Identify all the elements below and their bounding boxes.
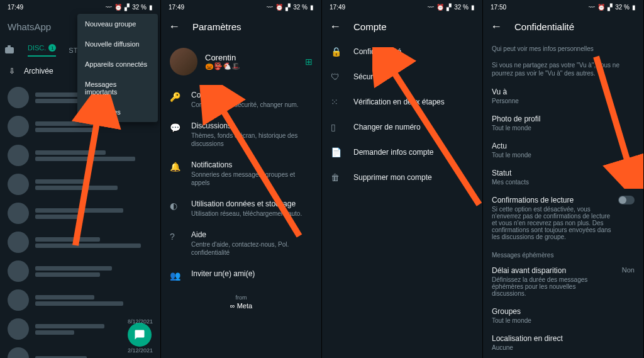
menu-settings[interactable]: Paramètres [77, 102, 158, 122]
section-ephemeral: Messages éphémères [483, 245, 643, 261]
avatar [8, 145, 29, 166]
data-icon: ◐ [170, 199, 181, 211]
chat-icon [134, 329, 145, 340]
new-chat-fab[interactable] [128, 323, 152, 347]
menu-linked-devices[interactable]: Appareils connectés [77, 54, 158, 74]
archive-icon: ⇩ [9, 67, 15, 76]
help-icon: ? [170, 230, 181, 242]
delay-value: Non [622, 266, 635, 274]
menu-new-group[interactable]: Nouveau groupe [77, 14, 158, 34]
account-change-number[interactable]: ▯Changer de numéro [322, 115, 482, 140]
key-icon: 🔑 [170, 91, 181, 102]
shield-icon: 🛡 [331, 72, 342, 82]
account-security[interactable]: 🛡Sécurité [322, 64, 482, 89]
chat-row[interactable] [0, 199, 160, 228]
doc-icon: 📄 [331, 147, 342, 157]
tab-disc-label: DISC. [28, 44, 46, 52]
page-title: Confidentialité [514, 21, 574, 32]
chat-row[interactable] [0, 141, 160, 170]
status-time: 17:49 [8, 4, 23, 11]
profile-row[interactable]: Corentin 🎃👺🐔🎩 ⊞ [161, 39, 321, 84]
avatar [8, 318, 29, 340]
phone-chats: 17:49 〰 ⏰ ▞ 32 % ▮ WhatsApp DISC. 1 ST ⇩… [0, 0, 161, 358]
chat-row[interactable] [0, 170, 160, 199]
profile-avatar [170, 48, 197, 76]
overflow-menu: Nouveau groupe Nouvelle diffusion Appare… [77, 14, 158, 122]
archive-label: Archivée [24, 67, 53, 76]
tab-statut[interactable]: ST [69, 47, 77, 54]
settings-invite[interactable]: 👥Inviter un(e) ami(e) [161, 263, 321, 287]
unread-badge: 1 [48, 44, 56, 52]
priv-last-seen[interactable]: Vu àPersonne [483, 82, 643, 109]
section-who-can-see: Qui peut voir mes infos personnelles [483, 39, 643, 55]
avatar [8, 174, 29, 195]
avatar [8, 203, 29, 224]
alarm-icon: ⏰ [114, 4, 122, 11]
chat-icon: 💬 [170, 121, 181, 133]
sim-icon: ▯ [331, 122, 342, 132]
back-button[interactable]: ← [491, 20, 502, 33]
page-title: Compte [353, 21, 387, 32]
settings-help[interactable]: ?AideCentre d'aide, contactez-nous, Pol.… [161, 224, 321, 263]
section-desc: Si vous ne partagez pas votre "Vu à", vo… [492, 61, 635, 77]
avatar [8, 289, 29, 311]
chat-row[interactable] [0, 228, 160, 257]
settings-storage[interactable]: ◐Utilisation données et stockageUtilisat… [161, 193, 321, 224]
chat-row[interactable] [0, 257, 160, 286]
status-bar: 17:49 〰⏰▞32 %▮ [322, 0, 482, 14]
chat-row[interactable] [0, 286, 160, 315]
avatar [8, 116, 29, 137]
app-bar: ← Paramètres [161, 14, 321, 39]
profile-name: Corentin [205, 53, 297, 62]
phone-account: 17:49 〰⏰▞32 %▮ ← Compte 🔒Confidentialité… [322, 0, 483, 358]
back-button[interactable]: ← [330, 20, 341, 33]
priv-about[interactable]: ActuTout le monde [483, 137, 643, 164]
avatar [8, 87, 29, 108]
signal-icon: ▞ [125, 4, 130, 11]
app-bar: ← Compte [322, 14, 482, 39]
account-2step[interactable]: ⁙Vérification en deux étapes [322, 89, 482, 115]
settings-account[interactable]: 🔑CompteConfidentialité, sécurité, change… [161, 84, 321, 115]
priv-read-receipts[interactable]: Confirmations de lecture Si cette option… [483, 191, 643, 245]
priv-live-location[interactable]: Localisation en directAucune [483, 329, 643, 356]
priv-groups[interactable]: GroupesTout le monde [483, 302, 643, 329]
account-delete[interactable]: 🗑Supprimer mon compte [322, 165, 482, 190]
trash-icon: 🗑 [331, 172, 342, 182]
status-time: 17:50 [491, 4, 506, 11]
priv-photo[interactable]: Photo de profilTout le monde [483, 109, 643, 137]
pin-icon: ⁙ [331, 97, 342, 107]
avatar [8, 347, 29, 358]
status-bar: 17:49 〰⏰▞32 %▮ [161, 0, 321, 14]
avatar [8, 260, 29, 282]
from-meta: from ∞ Meta [161, 294, 321, 310]
status-bar: 17:50 〰⏰▞32 %▮ [483, 0, 643, 14]
battery-text: 32 % [132, 4, 147, 11]
profile-status: 🎃👺🐔🎩 [205, 62, 297, 70]
app-bar: ← Confidentialité [483, 14, 643, 39]
menu-starred[interactable]: Messages importants [77, 74, 158, 102]
nfc-icon: 〰 [106, 4, 112, 11]
read-receipts-toggle[interactable] [618, 196, 635, 204]
priv-status[interactable]: StatutMes contacts [483, 164, 643, 191]
chat-date: 2/12/2021 [128, 347, 153, 354]
settings-chats[interactable]: 💬DiscussionsThèmes, fonds d'écran, histo… [161, 115, 321, 154]
status-bar: 17:49 〰 ⏰ ▞ 32 % ▮ [0, 0, 160, 14]
status-time: 17:49 [330, 4, 345, 11]
priv-disappear-delay[interactable]: Délai avant disparition Définissez la du… [483, 261, 643, 302]
qr-icon[interactable]: ⊞ [305, 57, 313, 67]
lock-icon: 🔒 [331, 47, 342, 57]
bell-icon: 🔔 [170, 160, 181, 172]
battery-icon: ▮ [149, 4, 153, 11]
status-time: 17:49 [169, 4, 184, 11]
settings-notifications[interactable]: 🔔NotificationsSonneries des messages, gr… [161, 154, 321, 193]
camera-icon [5, 47, 14, 53]
account-request-info[interactable]: 📄Demander infos compte [322, 140, 482, 165]
phone-settings: 17:49 〰⏰▞32 %▮ ← Paramètres Corentin 🎃👺🐔… [161, 0, 322, 358]
avatar [8, 232, 29, 253]
phone-privacy: 17:50 〰⏰▞32 %▮ ← Confidentialité Qui peu… [483, 0, 644, 358]
account-privacy[interactable]: 🔒Confidentialité [322, 39, 482, 64]
back-button[interactable]: ← [169, 20, 180, 33]
tab-discussions[interactable]: DISC. 1 [28, 44, 56, 57]
camera-tab[interactable] [5, 47, 15, 53]
menu-new-broadcast[interactable]: Nouvelle diffusion [77, 34, 158, 54]
